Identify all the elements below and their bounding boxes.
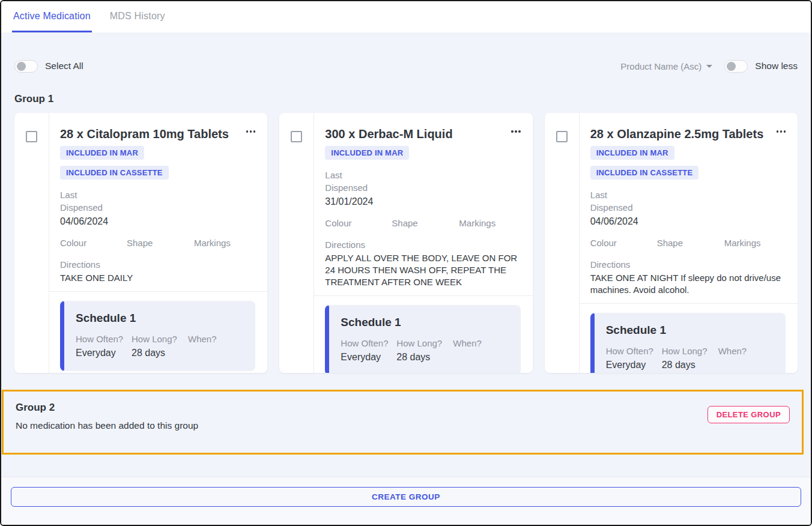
- select-all-toggle[interactable]: [14, 60, 38, 73]
- badge-row: INCLUDED IN MAR INCLUDED IN CASSETTE: [60, 146, 256, 180]
- medication-title: 300 x Derbac-M Liquid: [325, 127, 452, 141]
- colour-label: Colour: [325, 217, 392, 229]
- how-often-value: Everyday: [76, 346, 132, 359]
- schedule-card: Schedule 1 How Often? How Long? When? Ev…: [325, 305, 520, 373]
- schedule-accent-bar: [590, 313, 595, 373]
- footer-bar: CREATE GROUP: [1, 477, 811, 525]
- last-dispensed-value: 04/06/2024: [60, 215, 256, 228]
- schedule-section: Schedule 1 How Often? How Long? When? Ev…: [49, 291, 267, 373]
- directions-field: Directions APPLY ALL OVER THE BODY, LEAV…: [325, 238, 521, 288]
- content-area: Select All Product Name (Asc) Show less …: [1, 59, 811, 455]
- delete-group-button[interactable]: DELETE GROUP: [707, 406, 790, 423]
- how-long-label: How Long?: [132, 333, 188, 345]
- card-checkbox-column: [14, 113, 49, 373]
- card-checkbox-column: [545, 113, 580, 373]
- directions-field: Directions TAKE ONE DAILY: [60, 258, 256, 284]
- shape-label: Shape: [127, 237, 194, 249]
- select-all-label: Select All: [45, 61, 83, 71]
- included-in-mar-badge: INCLUDED IN MAR: [60, 146, 144, 160]
- schedule-card: Schedule 1 How Often? How Long? When? Ev…: [60, 301, 255, 371]
- last-dispensed-value: 31/01/2024: [325, 195, 521, 208]
- how-long-value: 28 days: [662, 358, 718, 371]
- medication-title: 28 x Citalopram 10mg Tablets: [60, 127, 229, 141]
- schedule-title: Schedule 1: [341, 316, 512, 329]
- how-long-label: How Long?: [662, 345, 718, 357]
- colour-label: Colour: [60, 237, 127, 249]
- how-long-value: 28 days: [132, 346, 188, 359]
- how-often-label: How Often?: [341, 337, 396, 349]
- schedule-title: Schedule 1: [606, 324, 777, 337]
- last-dispensed-field: Last Dispensed 04/06/2024: [590, 189, 787, 228]
- last-dispensed-field: Last Dispensed 31/01/2024: [325, 169, 521, 208]
- directions-value: TAKE ONE DAILY: [60, 272, 256, 284]
- directions-value: APPLY ALL OVER THE BODY, LEAVE ON FOR 24…: [325, 252, 521, 288]
- schedule-title: Schedule 1: [76, 312, 247, 325]
- last-dispensed-label: Last Dispensed: [325, 169, 379, 194]
- how-often-label: How Often?: [76, 333, 132, 345]
- included-in-mar-badge: INCLUDED IN MAR: [590, 146, 674, 160]
- medication-window: Active Medication MDS History Select All…: [0, 0, 812, 526]
- card-checkbox-column: [279, 113, 314, 373]
- directions-field: Directions TAKE ONE AT NIGHT If sleepy d…: [590, 258, 787, 296]
- tab-active-medication[interactable]: Active Medication: [12, 1, 92, 32]
- toggle-knob-icon: [17, 62, 26, 71]
- toolbar-right: Product Name (Asc) Show less: [620, 60, 798, 73]
- when-value: [718, 358, 777, 371]
- when-value: [188, 346, 247, 359]
- more-options-icon[interactable]: [510, 127, 522, 136]
- included-in-cassette-badge: INCLUDED IN CASSETTE: [590, 166, 699, 180]
- shape-label: Shape: [392, 217, 459, 229]
- schedule-accent-bar: [325, 305, 329, 373]
- toolbar: Select All Product Name (Asc) Show less: [14, 59, 798, 73]
- how-often-label: How Often?: [606, 345, 662, 357]
- last-dispensed-label: Last Dispensed: [60, 189, 114, 214]
- toggle-knob-icon: [727, 62, 736, 71]
- more-options-icon[interactable]: [775, 127, 787, 136]
- how-long-value: 28 days: [396, 351, 453, 363]
- tab-active-medication-label: Active Medication: [13, 11, 91, 22]
- when-label: When?: [453, 337, 512, 349]
- directions-label: Directions: [325, 238, 521, 251]
- create-group-button[interactable]: CREATE GROUP: [11, 487, 801, 507]
- card-main: 28 x Olanzapine 2.5mg Tablets INCLUDED I…: [580, 113, 798, 373]
- show-less-toggle[interactable]: [724, 60, 748, 73]
- medication-card: 28 x Citalopram 10mg Tablets INCLUDED IN…: [14, 113, 267, 373]
- directions-value: TAKE ONE AT NIGHT If sleepy do not drive…: [590, 272, 787, 296]
- medication-title: 28 x Olanzapine 2.5mg Tablets: [590, 127, 764, 141]
- group2-title: Group 2: [16, 402, 198, 414]
- medication-card: 300 x Derbac-M Liquid INCLUDED IN MAR La…: [279, 113, 532, 373]
- card-checkbox[interactable]: [556, 131, 568, 142]
- schedule-card: Schedule 1 How Often? How Long? When? Ev…: [590, 313, 786, 373]
- directions-label: Directions: [60, 258, 256, 271]
- caret-down-icon: [706, 65, 712, 68]
- shape-label: Shape: [657, 237, 724, 249]
- medication-card: 28 x Olanzapine 2.5mg Tablets INCLUDED I…: [545, 113, 798, 373]
- last-dispensed-value: 04/06/2024: [590, 215, 787, 228]
- medication-card-list: 28 x Citalopram 10mg Tablets INCLUDED IN…: [14, 113, 798, 373]
- card-main: 300 x Derbac-M Liquid INCLUDED IN MAR La…: [314, 113, 532, 373]
- group1-title: Group 1: [14, 93, 798, 105]
- tab-bar: Active Medication MDS History: [1, 1, 811, 32]
- markings-label: Markings: [194, 237, 256, 249]
- tab-mds-history[interactable]: MDS History: [109, 1, 166, 32]
- more-options-icon[interactable]: [245, 127, 257, 136]
- show-less-label: Show less: [755, 61, 798, 71]
- directions-label: Directions: [590, 258, 787, 271]
- attributes-row: Colour Shape Markings: [60, 237, 256, 249]
- schedule-accent-bar: [60, 301, 64, 371]
- badge-row: INCLUDED IN MAR INCLUDED IN CASSETTE: [590, 146, 787, 180]
- sort-dropdown-label: Product Name (Asc): [620, 61, 701, 71]
- when-value: [453, 351, 512, 363]
- how-often-value: Everyday: [341, 351, 396, 363]
- card-checkbox[interactable]: [26, 131, 37, 142]
- schedule-section: Schedule 1 How Often? How Long? When? Ev…: [580, 303, 798, 373]
- included-in-cassette-badge: INCLUDED IN CASSETTE: [60, 166, 169, 180]
- card-checkbox[interactable]: [291, 131, 302, 142]
- group2-highlighted-section: Group 2 No medication has been added to …: [2, 390, 804, 455]
- when-label: When?: [718, 345, 777, 357]
- sort-dropdown[interactable]: Product Name (Asc): [620, 61, 712, 71]
- markings-label: Markings: [724, 237, 787, 249]
- select-all-control: Select All: [14, 60, 83, 73]
- schedule-section: Schedule 1 How Often? How Long? When? Ev…: [314, 295, 532, 373]
- badge-row: INCLUDED IN MAR: [325, 146, 521, 160]
